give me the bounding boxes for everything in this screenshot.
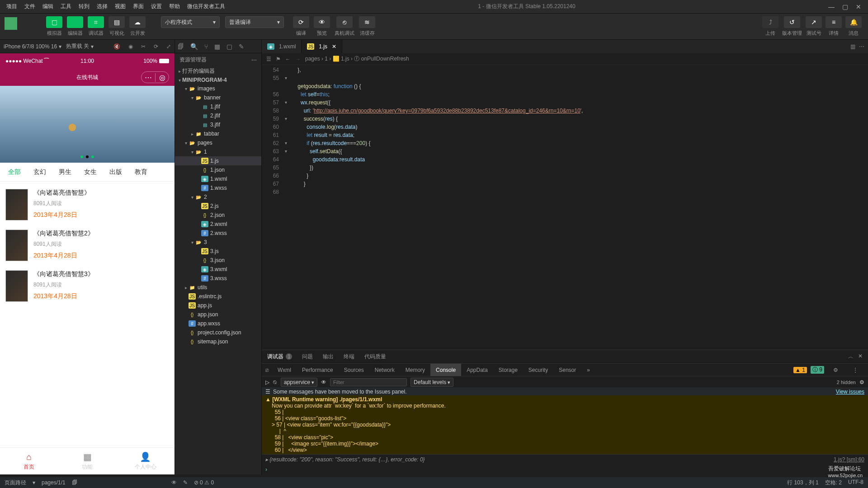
record-icon[interactable]: ◉	[128, 43, 133, 50]
toolbar-模拟器[interactable]: ▢模拟器	[46, 16, 62, 37]
compile-select[interactable]: 普通编译▾	[225, 16, 284, 28]
cat-玄幻[interactable]: 玄幻	[27, 168, 52, 176]
menu-帮助[interactable]: 帮助	[165, 1, 184, 12]
ptab-输出[interactable]: 输出	[323, 353, 334, 361]
tab-1.wxml[interactable]: ◈1.wxml	[262, 40, 302, 53]
context-select[interactable]: appservice ▾	[281, 378, 317, 387]
tab-1.js[interactable]: JS1.js✕	[302, 40, 342, 53]
book-item[interactable]: 《向诸葛亮借智慧》8091人阅读2013年4月28日	[5, 184, 169, 225]
toolbar-版本管理[interactable]: ↺版本管理	[782, 16, 802, 37]
menu-项目[interactable]: 项目	[3, 1, 21, 12]
hotreload-select[interactable]: 热重载 关 ▾	[66, 42, 94, 50]
file-tabbar[interactable]: ▸📁tabbar	[175, 129, 261, 138]
cat-男生[interactable]: 男生	[52, 168, 78, 176]
project-section[interactable]: ▾MINIPROGRAM-4	[175, 76, 261, 84]
file-project.config.json[interactable]: {}project.config.json	[175, 328, 261, 337]
toolbar-编译[interactable]: ⟳编译	[293, 16, 309, 37]
brush-icon[interactable]: ✎	[239, 43, 244, 50]
tab-more-icon[interactable]: ⋯	[859, 43, 864, 50]
book-item[interactable]: 《向诸葛亮借智慧2》8091人阅读2013年4月28日	[5, 225, 169, 266]
elements-icon[interactable]: ⎚	[262, 364, 272, 376]
menu-选择[interactable]: 选择	[93, 1, 111, 12]
bookmark-icon[interactable]: ⚑	[276, 56, 281, 62]
back-icon[interactable]: ←	[285, 56, 291, 62]
file-2.wxml[interactable]: ◈2.wxml	[175, 220, 261, 229]
file-3.json[interactable]: {}3.json	[175, 256, 261, 265]
cat-出版[interactable]: 出版	[103, 168, 128, 176]
toolbar-调试器[interactable]: ⌗调试器	[88, 16, 104, 37]
mute-icon[interactable]: 🔇	[113, 43, 120, 50]
files-icon[interactable]: 🗐	[178, 43, 184, 50]
file-app.wxss[interactable]: #app.wxss	[175, 319, 261, 328]
tabbar-功能[interactable]: ▦功能	[58, 448, 117, 474]
cat-全部[interactable]: 全部	[2, 168, 27, 176]
dtab-Wxml[interactable]: Wxml	[272, 364, 297, 376]
cat-教育[interactable]: 教育	[128, 168, 154, 176]
ptab-调试器[interactable]: 调试器 1	[267, 353, 292, 361]
file-1.wxml[interactable]: ◈1.wxml	[175, 174, 261, 183]
toolbar-清缓存[interactable]: ≋清缓存	[359, 16, 375, 37]
file-.eslintrc.js[interactable]: JS.eslintrc.js	[175, 292, 261, 301]
menu-微信开发者工具[interactable]: 微信开发者工具	[184, 1, 229, 12]
file-2.js[interactable]: JS2.js	[175, 202, 261, 211]
minimize-icon[interactable]: —	[825, 3, 838, 10]
dtab-Sources[interactable]: Sources	[339, 364, 369, 376]
ptab-代码质量[interactable]: 代码质量	[364, 353, 386, 361]
toolbar-测试号[interactable]: ↗测试号	[806, 16, 822, 37]
tabbar-首页[interactable]: ⌂首页	[0, 448, 58, 474]
fwd-icon[interactable]: →	[295, 56, 301, 62]
menu-文件[interactable]: 文件	[21, 1, 39, 12]
toolbar-可视化[interactable]: ▤可视化	[108, 16, 125, 37]
file-1.wxss[interactable]: #1.wxss	[175, 183, 261, 192]
toolbar-详情[interactable]: ≡详情	[826, 16, 842, 37]
toolbar-真机调试[interactable]: ⎋真机调试	[335, 16, 354, 37]
dtab-Sensor[interactable]: Sensor	[553, 364, 581, 376]
popout-icon[interactable]: ⤢	[166, 43, 171, 50]
book-item[interactable]: 《向诸葛亮借智慧3》8091人阅读2013年4月28日	[5, 266, 169, 306]
dtab-Storage[interactable]: Storage	[493, 364, 523, 376]
menu-编辑[interactable]: 编辑	[39, 1, 57, 12]
file-3.wxml[interactable]: ◈3.wxml	[175, 265, 261, 274]
file-2.json[interactable]: {}2.json	[175, 211, 261, 220]
panel-close-icon[interactable]: ✕	[858, 353, 863, 361]
cut-icon[interactable]: ✂	[141, 43, 146, 50]
view-issues-link[interactable]: View issues	[836, 389, 864, 395]
console-gear-icon[interactable]: ⚙	[859, 379, 864, 385]
file-1.js[interactable]: JS1.js	[175, 156, 261, 165]
ext-icon[interactable]: ▦	[214, 43, 220, 50]
eye2-icon[interactable]: 👁	[171, 479, 177, 486]
menu-转到[interactable]: 转到	[75, 1, 93, 12]
console-clear-icon[interactable]: ⦰	[273, 379, 277, 385]
file-sitemap.json[interactable]: {}sitemap.json	[175, 337, 261, 346]
box-icon[interactable]: ▢	[226, 43, 232, 50]
open-editors-section[interactable]: ▸打开的编辑器	[175, 66, 261, 76]
file-pages[interactable]: ▾📂pages	[175, 138, 261, 147]
avatar[interactable]	[5, 17, 17, 30]
file-images[interactable]: ▾📂images	[175, 84, 261, 93]
file-1.jfif[interactable]: ▤1.jfif	[175, 102, 261, 111]
dtab-Memory[interactable]: Memory	[400, 364, 430, 376]
capsule[interactable]: ⋯◎	[141, 71, 169, 83]
console-stop-icon[interactable]: ▷	[265, 379, 269, 385]
dtab-AppData[interactable]: AppData	[461, 364, 493, 376]
toolbar-预览[interactable]: 👁预览	[314, 16, 330, 37]
close-icon[interactable]: ✕	[852, 3, 865, 10]
tabbar-个人中心[interactable]: 👤个人中心	[116, 448, 175, 474]
rotate-icon[interactable]: ⟳	[154, 43, 158, 50]
split-icon[interactable]: ▥	[850, 43, 855, 50]
file-1.json[interactable]: {}1.json	[175, 165, 261, 174]
ptab-问题[interactable]: 问题	[302, 353, 313, 361]
console[interactable]: ☰Some messages have been moved to the Is…	[262, 388, 868, 474]
file-1[interactable]: ▾📂1	[175, 147, 261, 156]
cat-女生[interactable]: 女生	[78, 168, 103, 176]
file-app.json[interactable]: {}app.json	[175, 310, 261, 319]
device-select[interactable]: iPhone 6/7/8 100% 16 ▾	[4, 43, 61, 50]
dtab-Security[interactable]: Security	[523, 364, 553, 376]
filter-input[interactable]	[330, 378, 407, 386]
menu-工具[interactable]: 工具	[57, 1, 75, 12]
panel-up-icon[interactable]: ︿	[848, 353, 854, 361]
file-utils[interactable]: ▸📁utils	[175, 283, 261, 292]
dtab-more[interactable]: »	[581, 364, 595, 376]
eye-icon[interactable]: 👁	[321, 379, 326, 385]
file-3.wxss[interactable]: #3.wxss	[175, 274, 261, 283]
